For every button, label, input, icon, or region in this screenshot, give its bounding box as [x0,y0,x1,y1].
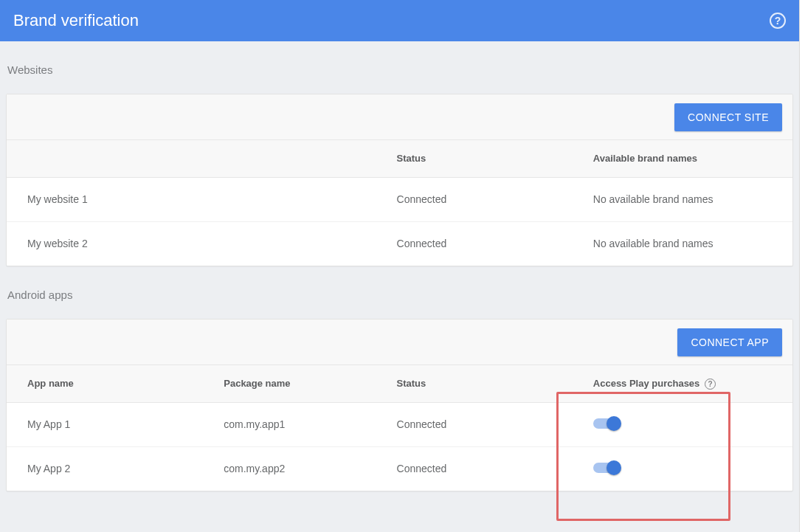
app-access-cell [573,402,792,446]
apps-card: CONNECT APP App name Package name Status… [6,319,793,491]
col-header-package: Package name [203,365,376,402]
app-access-cell [573,446,792,491]
access-toggle[interactable] [593,416,623,431]
connect-app-button[interactable]: CONNECT APP [677,328,782,356]
col-header-brands: Available brand names [573,140,792,177]
col-header-access: Access Play purchases ? [573,365,792,402]
websites-section-label: Websites [6,41,793,94]
table-row: My App 2 com.my.app2 Connected [7,446,792,491]
site-status: Connected [376,221,573,266]
websites-table: Status Available brand names My website … [7,140,792,266]
site-brands: No available brand names [573,177,792,221]
websites-card: CONNECT SITE Status Available brand name… [6,94,793,266]
app-package: com.my.app1 [203,402,376,446]
table-row: My App 1 com.my.app1 Connected [7,402,792,446]
apps-toolbar: CONNECT APP [7,319,792,365]
access-toggle[interactable] [593,460,623,475]
col-header-app-name: App name [7,365,203,402]
websites-toolbar: CONNECT SITE [7,94,792,140]
app-name: My App 2 [7,446,203,491]
col-header-status: Status [376,140,573,177]
help-icon[interactable]: ? [770,13,786,29]
col-header-access-label: Access Play purchases [593,378,700,389]
table-row: My website 2 Connected No available bran… [7,221,792,266]
header: Brand verification ? [0,0,799,41]
table-row: My website 1 Connected No available bran… [7,177,792,221]
col-header-name [7,140,376,177]
site-status: Connected [376,177,573,221]
app-status: Connected [376,446,573,491]
connect-site-button[interactable]: CONNECT SITE [674,103,782,131]
page-title: Brand verification [13,11,139,30]
help-icon[interactable]: ? [705,379,716,390]
app-name: My App 1 [7,402,203,446]
site-name: My website 1 [7,177,376,221]
app-status: Connected [376,402,573,446]
site-brands: No available brand names [573,221,792,266]
col-header-app-status: Status [376,365,573,402]
app-package: com.my.app2 [203,446,376,491]
site-name: My website 2 [7,221,376,266]
apps-section-label: Android apps [6,266,793,319]
apps-table: App name Package name Status Access Play… [7,365,792,491]
